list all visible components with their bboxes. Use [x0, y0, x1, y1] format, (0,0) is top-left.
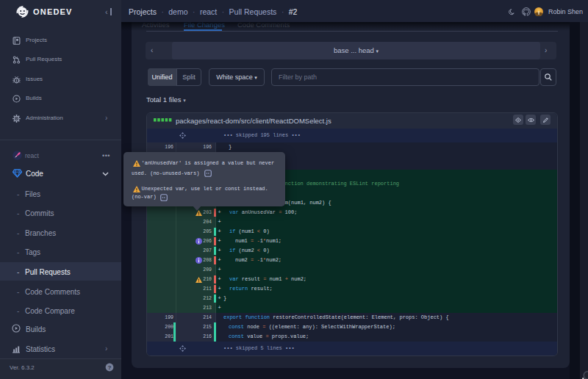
svg-text:?: ?	[108, 364, 112, 371]
